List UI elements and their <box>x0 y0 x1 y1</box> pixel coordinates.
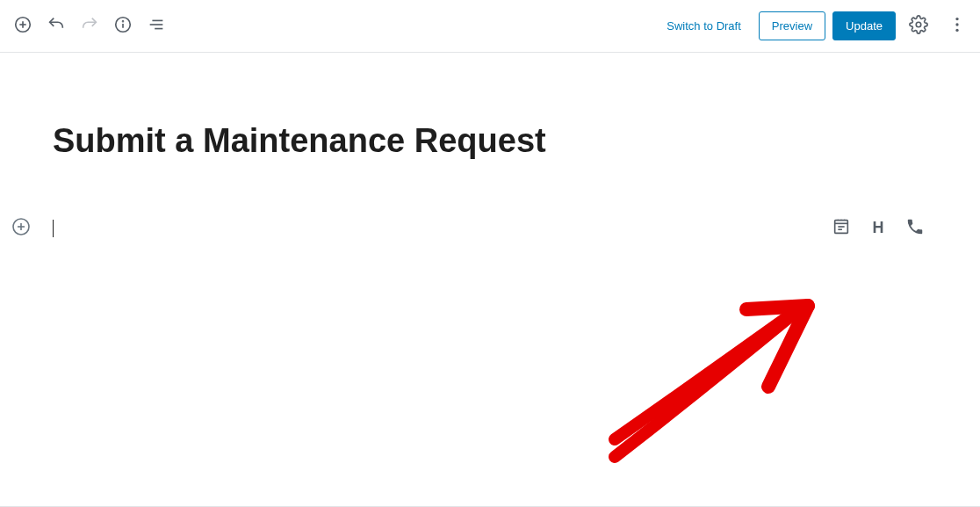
svg-point-10 <box>955 18 958 20</box>
undo-button[interactable] <box>40 11 72 42</box>
editor-top-toolbar: Switch to Draft Preview Update <box>0 0 980 53</box>
editor-body: Submit a Maintenance Request H <box>0 53 980 507</box>
add-icon <box>13 15 32 37</box>
preview-button[interactable]: Preview <box>759 11 825 40</box>
post-title[interactable]: Submit a Maintenance Request <box>53 121 927 162</box>
suggestion-phone-button[interactable] <box>903 216 927 241</box>
info-icon <box>113 15 133 37</box>
suggestion-form-button[interactable] <box>829 216 854 241</box>
redo-button[interactable] <box>74 11 105 42</box>
toolbar-left-group <box>7 11 172 42</box>
suggestion-heading-button[interactable]: H <box>866 216 890 241</box>
toolbar-right-group: Switch to Draft Preview Update <box>656 11 973 42</box>
svg-point-9 <box>916 22 921 27</box>
annotation-arrow <box>588 290 834 474</box>
switch-to-draft-button[interactable]: Switch to Draft <box>656 12 752 40</box>
more-vertical-icon <box>948 15 967 37</box>
add-icon <box>11 216 32 241</box>
document-outline-button[interactable] <box>141 11 172 42</box>
update-button[interactable]: Update <box>832 11 896 40</box>
document-outline-icon <box>147 15 166 37</box>
settings-button[interactable] <box>903 11 934 42</box>
phone-icon <box>905 217 925 240</box>
empty-block-row: H <box>53 216 927 241</box>
redo-icon <box>80 15 99 37</box>
undo-icon <box>47 15 66 37</box>
form-icon <box>832 217 851 240</box>
heading-icon: H <box>873 219 884 237</box>
inline-inserter-button[interactable] <box>9 216 33 241</box>
gear-icon <box>909 15 928 37</box>
paragraph-block-input[interactable] <box>53 218 829 239</box>
more-options-button[interactable] <box>941 11 973 42</box>
svg-point-12 <box>955 29 958 32</box>
svg-point-5 <box>123 21 124 22</box>
content-info-button[interactable] <box>107 11 139 42</box>
svg-point-11 <box>955 23 958 25</box>
add-block-button[interactable] <box>7 11 39 42</box>
block-suggestions: H <box>829 216 927 241</box>
